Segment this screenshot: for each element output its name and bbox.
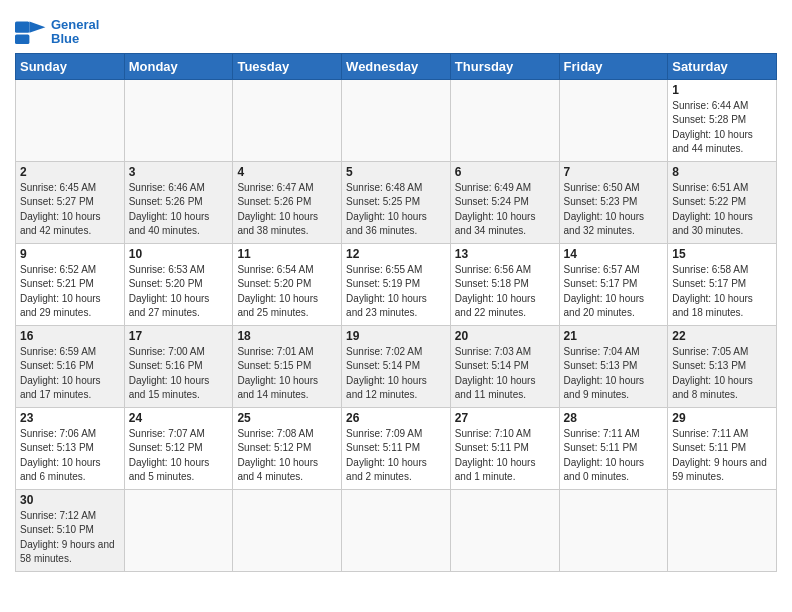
day-cell: 25Sunrise: 7:08 AMSunset: 5:12 PMDayligh… [233,407,342,489]
day-cell: 2Sunrise: 6:45 AMSunset: 5:27 PMDaylight… [16,161,125,243]
day-info: Sunrise: 6:48 AMSunset: 5:25 PMDaylight:… [346,181,446,239]
weekday-header-tuesday: Tuesday [233,53,342,79]
day-number: 3 [129,165,229,179]
day-number: 22 [672,329,772,343]
day-cell: 18Sunrise: 7:01 AMSunset: 5:15 PMDayligh… [233,325,342,407]
day-info: Sunrise: 6:59 AMSunset: 5:16 PMDaylight:… [20,345,120,403]
header: General Blue [15,10,777,47]
day-number: 28 [564,411,664,425]
day-cell [124,79,233,161]
day-number: 20 [455,329,555,343]
day-number: 29 [672,411,772,425]
logo-general: General [51,17,99,32]
weekday-header-saturday: Saturday [668,53,777,79]
day-number: 30 [20,493,120,507]
calendar: SundayMondayTuesdayWednesdayThursdayFrid… [15,53,777,572]
day-number: 14 [564,247,664,261]
day-cell: 22Sunrise: 7:05 AMSunset: 5:13 PMDayligh… [668,325,777,407]
day-info: Sunrise: 7:11 AMSunset: 5:11 PMDaylight:… [564,427,664,485]
day-number: 11 [237,247,337,261]
day-cell: 16Sunrise: 6:59 AMSunset: 5:16 PMDayligh… [16,325,125,407]
weekday-header-friday: Friday [559,53,668,79]
day-number: 26 [346,411,446,425]
day-cell: 4Sunrise: 6:47 AMSunset: 5:26 PMDaylight… [233,161,342,243]
day-info: Sunrise: 6:45 AMSunset: 5:27 PMDaylight:… [20,181,120,239]
day-cell [559,489,668,571]
day-cell: 15Sunrise: 6:58 AMSunset: 5:17 PMDayligh… [668,243,777,325]
weekday-header-monday: Monday [124,53,233,79]
day-info: Sunrise: 6:51 AMSunset: 5:22 PMDaylight:… [672,181,772,239]
day-number: 10 [129,247,229,261]
day-number: 1 [672,83,772,97]
day-number: 12 [346,247,446,261]
day-cell: 29Sunrise: 7:11 AMSunset: 5:11 PMDayligh… [668,407,777,489]
day-cell: 21Sunrise: 7:04 AMSunset: 5:13 PMDayligh… [559,325,668,407]
day-cell: 26Sunrise: 7:09 AMSunset: 5:11 PMDayligh… [342,407,451,489]
day-cell [668,489,777,571]
week-row-4: 16Sunrise: 6:59 AMSunset: 5:16 PMDayligh… [16,325,777,407]
day-number: 25 [237,411,337,425]
week-row-6: 30Sunrise: 7:12 AMSunset: 5:10 PMDayligh… [16,489,777,571]
day-info: Sunrise: 6:55 AMSunset: 5:19 PMDaylight:… [346,263,446,321]
day-number: 17 [129,329,229,343]
weekday-header-thursday: Thursday [450,53,559,79]
logo-text: General Blue [51,18,99,47]
day-cell: 3Sunrise: 6:46 AMSunset: 5:26 PMDaylight… [124,161,233,243]
day-cell: 28Sunrise: 7:11 AMSunset: 5:11 PMDayligh… [559,407,668,489]
week-row-3: 9Sunrise: 6:52 AMSunset: 5:21 PMDaylight… [16,243,777,325]
day-cell: 30Sunrise: 7:12 AMSunset: 5:10 PMDayligh… [16,489,125,571]
day-cell: 11Sunrise: 6:54 AMSunset: 5:20 PMDayligh… [233,243,342,325]
day-number: 4 [237,165,337,179]
day-cell: 10Sunrise: 6:53 AMSunset: 5:20 PMDayligh… [124,243,233,325]
day-number: 23 [20,411,120,425]
day-info: Sunrise: 6:54 AMSunset: 5:20 PMDaylight:… [237,263,337,321]
day-cell: 17Sunrise: 7:00 AMSunset: 5:16 PMDayligh… [124,325,233,407]
day-info: Sunrise: 7:02 AMSunset: 5:14 PMDaylight:… [346,345,446,403]
logo-blue: Blue [51,31,79,46]
day-number: 5 [346,165,446,179]
day-cell [233,79,342,161]
day-cell [16,79,125,161]
day-info: Sunrise: 7:07 AMSunset: 5:12 PMDaylight:… [129,427,229,485]
day-cell [233,489,342,571]
day-info: Sunrise: 6:49 AMSunset: 5:24 PMDaylight:… [455,181,555,239]
day-number: 9 [20,247,120,261]
day-info: Sunrise: 6:53 AMSunset: 5:20 PMDaylight:… [129,263,229,321]
day-cell: 24Sunrise: 7:07 AMSunset: 5:12 PMDayligh… [124,407,233,489]
day-number: 15 [672,247,772,261]
day-cell: 27Sunrise: 7:10 AMSunset: 5:11 PMDayligh… [450,407,559,489]
day-cell [559,79,668,161]
day-cell: 20Sunrise: 7:03 AMSunset: 5:14 PMDayligh… [450,325,559,407]
day-info: Sunrise: 6:56 AMSunset: 5:18 PMDaylight:… [455,263,555,321]
weekday-header-row: SundayMondayTuesdayWednesdayThursdayFrid… [16,53,777,79]
day-cell: 13Sunrise: 6:56 AMSunset: 5:18 PMDayligh… [450,243,559,325]
day-info: Sunrise: 7:08 AMSunset: 5:12 PMDaylight:… [237,427,337,485]
day-cell: 6Sunrise: 6:49 AMSunset: 5:24 PMDaylight… [450,161,559,243]
day-info: Sunrise: 6:47 AMSunset: 5:26 PMDaylight:… [237,181,337,239]
day-number: 13 [455,247,555,261]
logo: General Blue [15,18,99,47]
day-cell: 1Sunrise: 6:44 AMSunset: 5:28 PMDaylight… [668,79,777,161]
day-info: Sunrise: 7:05 AMSunset: 5:13 PMDaylight:… [672,345,772,403]
day-cell [342,489,451,571]
day-cell: 14Sunrise: 6:57 AMSunset: 5:17 PMDayligh… [559,243,668,325]
day-number: 7 [564,165,664,179]
day-number: 21 [564,329,664,343]
day-number: 19 [346,329,446,343]
day-info: Sunrise: 6:44 AMSunset: 5:28 PMDaylight:… [672,99,772,157]
day-number: 18 [237,329,337,343]
day-info: Sunrise: 7:01 AMSunset: 5:15 PMDaylight:… [237,345,337,403]
day-number: 24 [129,411,229,425]
day-cell: 19Sunrise: 7:02 AMSunset: 5:14 PMDayligh… [342,325,451,407]
day-info: Sunrise: 7:04 AMSunset: 5:13 PMDaylight:… [564,345,664,403]
day-info: Sunrise: 7:12 AMSunset: 5:10 PMDaylight:… [20,509,120,567]
day-cell [450,79,559,161]
day-cell: 9Sunrise: 6:52 AMSunset: 5:21 PMDaylight… [16,243,125,325]
day-number: 27 [455,411,555,425]
day-info: Sunrise: 6:57 AMSunset: 5:17 PMDaylight:… [564,263,664,321]
weekday-header-sunday: Sunday [16,53,125,79]
day-info: Sunrise: 7:03 AMSunset: 5:14 PMDaylight:… [455,345,555,403]
svg-rect-2 [15,35,29,45]
day-cell [450,489,559,571]
day-info: Sunrise: 7:10 AMSunset: 5:11 PMDaylight:… [455,427,555,485]
